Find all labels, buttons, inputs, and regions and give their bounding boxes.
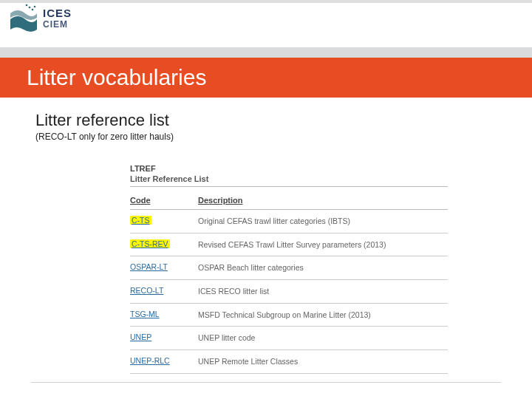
desc-cell: ICES RECO litter list	[198, 286, 448, 297]
code-cell: TSG-ML	[130, 310, 198, 318]
table-row: RECO-LTICES RECO litter list	[130, 280, 448, 304]
code-link[interactable]: C-TS	[130, 216, 151, 225]
col-code-header: Code	[130, 196, 198, 205]
code-cell: UNEP	[130, 332, 198, 341]
column-headers: Code Description	[130, 193, 448, 210]
logo-area: ICES CIEM	[0, 0, 532, 47]
divider	[130, 186, 448, 187]
code-cell: OSPAR-LT	[130, 262, 198, 271]
svg-point-1	[32, 9, 34, 11]
title-bar: Litter vocabularies	[0, 58, 532, 98]
desc-cell: UNEP Remote Litter Classes	[198, 356, 448, 367]
table-row: TSG-MLMSFD Technical Subgroup on Marine …	[130, 304, 448, 327]
desc-cell: Original CEFAS trawl litter categories (…	[198, 216, 448, 227]
table-body: C-TSOriginal CEFAS trawl litter categori…	[130, 210, 448, 374]
ices-logo-icon	[9, 3, 38, 33]
logo-line2: CIEM	[43, 20, 72, 29]
table-row: UNEP-RLCUNEP Remote Litter Classes	[130, 350, 448, 374]
code-cell: RECO-LT	[130, 286, 198, 295]
logo-text: ICES CIEM	[43, 7, 72, 29]
table-row: C-TSOriginal CEFAS trawl litter categori…	[130, 210, 448, 233]
logo: ICES CIEM	[9, 3, 532, 33]
table-code: LTREF	[130, 164, 156, 173]
desc-cell: OSPAR Beach litter categories	[198, 262, 448, 273]
table-header-block: LTREF Litter Reference List	[130, 163, 448, 193]
page-title: Litter vocabularies	[27, 65, 206, 90]
svg-point-2	[34, 6, 36, 8]
code-link[interactable]: UNEP	[130, 332, 151, 341]
svg-point-0	[29, 7, 31, 9]
footer-rule	[31, 382, 501, 383]
desc-cell: UNEP litter code	[198, 332, 448, 344]
table-row: OSPAR-LTOSPAR Beach litter categories	[130, 256, 448, 280]
code-link[interactable]: UNEP-RLC	[130, 356, 170, 365]
desc-cell: Revised CEFAS Trawl Litter Survey parame…	[198, 239, 448, 250]
grey-band	[0, 47, 532, 58]
code-link[interactable]: C-TS-REV	[130, 239, 170, 248]
code-link[interactable]: TSG-ML	[130, 310, 160, 318]
table-row: C-TS-REVRevised CEFAS Trawl Litter Surve…	[130, 233, 448, 257]
code-cell: UNEP-RLC	[130, 356, 198, 365]
content: Litter reference list (RECO-LT only for …	[0, 98, 532, 374]
logo-line1: ICES	[43, 7, 72, 18]
col-desc-header: Description	[198, 196, 448, 205]
code-link[interactable]: RECO-LT	[130, 286, 163, 295]
code-link[interactable]: OSPAR-LT	[130, 262, 168, 271]
slide: ICES CIEM Litter vocabularies Litter ref…	[0, 0, 532, 399]
subheading: Litter reference list	[35, 111, 532, 130]
desc-cell: MSFD Technical Subgroup on Marine Litter…	[198, 310, 448, 321]
code-cell: C-TS	[130, 216, 198, 225]
table-row: UNEPUNEP litter code	[130, 327, 448, 350]
svg-point-3	[26, 4, 28, 7]
reference-table: LTREF Litter Reference List Code Descrip…	[130, 163, 448, 374]
subheading-note: (RECO-LT only for zero litter hauls)	[35, 132, 532, 142]
table-subtitle: Litter Reference List	[130, 174, 448, 183]
code-cell: C-TS-REV	[130, 239, 198, 248]
